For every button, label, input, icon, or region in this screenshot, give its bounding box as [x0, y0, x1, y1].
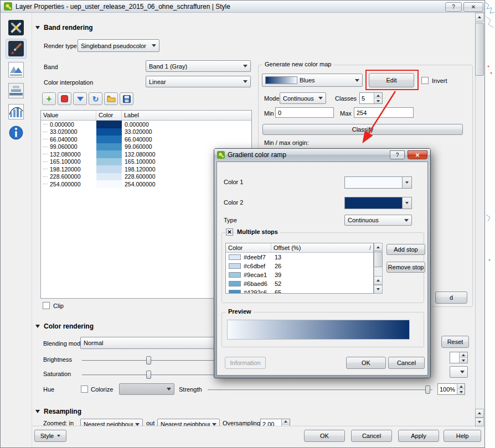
- color-ramp-select[interactable]: Blues: [262, 74, 363, 87]
- max-input[interactable]: 254: [354, 107, 414, 118]
- dialog-ok-button[interactable]: OK: [346, 357, 386, 369]
- stops-table[interactable]: Color Offset (%) / #deebf713#c6dbef26#9e…: [225, 243, 374, 294]
- strength-slider-handle[interactable]: [425, 386, 430, 394]
- value-table-row[interactable]: 66.04000066.040000: [41, 136, 251, 143]
- spin-down-button[interactable]: [374, 98, 382, 103]
- stops-table-row[interactable]: #9ecae139: [226, 270, 373, 279]
- spin-down-button[interactable]: [457, 389, 465, 394]
- spin-up-button[interactable]: [282, 419, 290, 425]
- colorize-checkbox[interactable]: [81, 386, 88, 393]
- save-file-button[interactable]: [120, 92, 133, 105]
- ok-button[interactable]: OK: [304, 430, 345, 442]
- zoomed-out-select[interactable]: Nearest neighbour: [157, 419, 220, 426]
- render-type-select[interactable]: Singleband pseudocolor: [78, 39, 159, 52]
- color-rendering-section-header[interactable]: Color rendering: [35, 322, 94, 330]
- scroll-down-button[interactable]: [475, 418, 484, 426]
- mode-select[interactable]: Continuous: [280, 92, 326, 104]
- dialog-close-button[interactable]: ✕: [408, 150, 427, 159]
- sidebar-item-histogram[interactable]: [6, 102, 27, 122]
- stops-color-column-header[interactable]: Color: [226, 243, 271, 252]
- stops-table-row[interactable]: #c6dbef26: [226, 262, 373, 270]
- sidebar-item-style[interactable]: [6, 39, 27, 59]
- band-select[interactable]: Band 1 (Gray): [146, 60, 251, 72]
- window-help-button[interactable]: ?: [445, 2, 462, 12]
- color1-picker[interactable]: [344, 176, 412, 189]
- edit-button[interactable]: Edit: [369, 73, 414, 87]
- sort-indicator: /: [369, 244, 371, 251]
- titlebar[interactable]: Layer Properties - uep_uster_release_201…: [1, 1, 484, 13]
- spin-down-button[interactable]: [460, 358, 467, 363]
- help-button[interactable]: Help: [444, 430, 481, 442]
- color1-swatch[interactable]: [344, 176, 402, 189]
- clip-checkbox[interactable]: [43, 302, 50, 309]
- spin-up-button[interactable]: [457, 384, 465, 389]
- stops-table-header: Color Offset (%) /: [226, 243, 373, 253]
- remove-stop-button[interactable]: Remove stop: [386, 262, 425, 273]
- stops-scroll-up-button[interactable]: [374, 243, 383, 251]
- gradient-dialog[interactable]: Gradient color ramp ? ✕ Color 1 Color 2 …: [214, 148, 431, 378]
- color2-swatch[interactable]: [344, 197, 402, 209]
- invert-checkbox[interactable]: [421, 77, 429, 84]
- classify-button[interactable]: Classify: [262, 124, 463, 135]
- zoomed-in-select[interactable]: Nearest neighbour: [80, 419, 143, 426]
- value-column-header[interactable]: Value: [41, 111, 96, 120]
- dialog-titlebar[interactable]: Gradient color ramp ? ✕: [214, 149, 430, 161]
- add-entry-button[interactable]: +: [42, 92, 56, 105]
- dialog-help-button[interactable]: ?: [390, 150, 405, 159]
- sidebar-item-metadata[interactable]: [6, 123, 27, 143]
- spin-up-button[interactable]: [460, 352, 467, 358]
- stops-table-row[interactable]: #6baed652: [226, 279, 373, 288]
- band-rendering-section-header[interactable]: Band rendering: [35, 24, 93, 32]
- load-button-fragment[interactable]: d: [435, 291, 467, 304]
- stops-table-row[interactable]: #4292c665: [226, 288, 373, 294]
- stops-scroll-thumb[interactable]: [374, 252, 383, 267]
- scroll-thumb[interactable]: [475, 23, 484, 76]
- apply-button[interactable]: Apply: [398, 430, 439, 442]
- max-label: Max: [340, 110, 352, 117]
- resampling-section-header[interactable]: Resampling: [35, 408, 81, 415]
- reset-button[interactable]: Reset: [441, 336, 469, 348]
- oversampling-spinner[interactable]: 2.00: [260, 419, 290, 426]
- multiple-stops-checkbox[interactable]: ✕: [226, 228, 233, 236]
- spinner-fragment[interactable]: [450, 352, 468, 363]
- footer-separator: [32, 426, 475, 427]
- scroll-up-button-2[interactable]: [475, 409, 484, 418]
- dialog-cancel-button[interactable]: Cancel: [388, 357, 425, 369]
- stops-offset-column-header[interactable]: Offset (%) /: [271, 243, 373, 252]
- strength-spinner[interactable]: 100%: [437, 383, 465, 395]
- open-file-button[interactable]: [104, 92, 118, 105]
- scroll-up-button[interactable]: [475, 13, 484, 22]
- value-table-row[interactable]: 33.02000033.020000: [41, 128, 251, 136]
- color1-dropdown[interactable]: [402, 176, 412, 189]
- remove-entry-button[interactable]: [58, 92, 71, 105]
- refresh-button[interactable]: ↻: [89, 92, 102, 105]
- sort-button[interactable]: [73, 92, 87, 105]
- strength-slider[interactable]: [208, 389, 432, 391]
- stops-table-row[interactable]: #deebf713: [226, 253, 373, 262]
- information-button[interactable]: Information: [225, 357, 266, 369]
- brightness-slider-handle[interactable]: [146, 356, 151, 364]
- color2-picker[interactable]: [344, 197, 412, 209]
- saturation-slider-handle[interactable]: [146, 371, 151, 379]
- window-close-button[interactable]: ✕: [463, 2, 483, 12]
- value-table-row[interactable]: 0.0000000.000000: [41, 121, 251, 128]
- classes-spinner[interactable]: 5: [359, 92, 383, 104]
- sidebar-item-general[interactable]: [6, 18, 27, 38]
- spin-up-button[interactable]: [374, 93, 382, 98]
- brightness-label: Brightness: [43, 356, 72, 363]
- stops-scroll-up-button-2[interactable]: [374, 276, 383, 285]
- stops-scroll-down-button[interactable]: [374, 285, 383, 294]
- color-interpolation-select[interactable]: Linear: [146, 76, 251, 87]
- hue-color-select[interactable]: [119, 383, 174, 395]
- sidebar-item-pyramids[interactable]: [6, 81, 27, 101]
- cancel-button[interactable]: Cancel: [351, 430, 392, 442]
- color2-dropdown[interactable]: [402, 197, 412, 209]
- add-stop-button[interactable]: Add stop: [386, 244, 425, 255]
- min-input[interactable]: 0: [275, 107, 334, 118]
- sidebar-item-transparency[interactable]: [6, 60, 27, 80]
- color-column-header[interactable]: Color: [96, 111, 122, 120]
- combo-fragment[interactable]: [450, 366, 468, 378]
- label-column-header[interactable]: Label: [122, 111, 251, 120]
- style-menu-button[interactable]: Style: [34, 430, 66, 442]
- type-select[interactable]: Continuous: [344, 215, 412, 226]
